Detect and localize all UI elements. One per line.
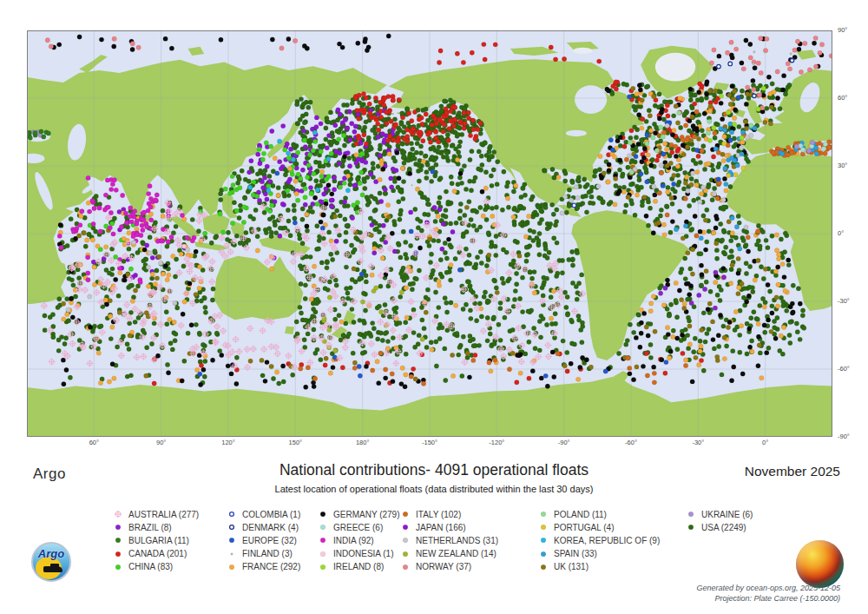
legend-item-australia: AUSTRALIA (277)	[113, 508, 199, 520]
legend-item-germany: GERMANY (279)	[318, 508, 400, 520]
lat-tick-label: -30°	[838, 297, 868, 305]
legend-item-ukraine: UKRAINE (6)	[686, 508, 753, 520]
legend-item-norway: NORWAY (37)	[400, 561, 471, 573]
legend-marker-colombia-icon	[227, 509, 237, 519]
argo-logo-text: Argo	[33, 547, 69, 560]
legend-label: FINLAND (3)	[242, 549, 293, 558]
legend-label: BRAZIL (8)	[128, 523, 172, 532]
period-label: November 2025	[745, 464, 840, 479]
legend-label: DENMARK (4)	[242, 523, 299, 532]
legend-marker-france-icon	[227, 562, 237, 572]
legend-label: ITALY (102)	[416, 510, 461, 519]
legend-label: INDIA (92)	[333, 536, 374, 545]
legend-item-france: FRANCE (292)	[227, 561, 300, 573]
lat-tick-label: 90°	[838, 26, 868, 34]
lon-tick-label: -120°	[479, 439, 514, 446]
float-group-colombia	[572, 203, 576, 208]
footer-projection-line: Projection: Plate Carree (-150.0000)	[696, 593, 840, 604]
legend-marker-bulgaria-icon	[113, 535, 123, 545]
legend-item-italy: ITALY (102)	[400, 508, 461, 520]
lon-tick-label: 90°	[144, 439, 179, 446]
legend-label: COLOMBIA (1)	[242, 510, 300, 519]
legend-item-japan: JAPAN (166)	[400, 521, 466, 533]
legend-item-canada: CANADA (201)	[113, 548, 187, 560]
legend-item-portugal: PORTUGAL (4)	[538, 521, 614, 533]
legend-marker-japan-icon	[400, 522, 411, 532]
legend-label: NEW ZEALAND (14)	[416, 549, 496, 558]
lat-tick-label: 0°	[838, 229, 868, 237]
legend-marker-europe-icon	[227, 535, 237, 545]
legend-marker-canada-icon	[113, 549, 123, 559]
legend-item-korea: KOREA, REPUBLIC OF (9)	[538, 534, 660, 546]
legend-item-netherlands: NETHERLANDS (31)	[400, 534, 498, 546]
legend-item-colombia: COLOMBIA (1)	[227, 508, 300, 520]
lat-tick-label: -90°	[838, 432, 868, 440]
legend-marker-brazil-icon	[113, 522, 123, 532]
legend-label: GERMANY (279)	[333, 510, 400, 519]
lon-tick-label: 0°	[748, 439, 783, 446]
legend-marker-indonesia-icon	[318, 549, 328, 559]
legend-marker-china-icon	[113, 562, 123, 572]
lat-tick-label: 30°	[838, 162, 868, 169]
legend-label: FRANCE (292)	[242, 562, 300, 571]
legend-marker-norway-icon	[400, 562, 411, 572]
legend-label: KOREA, REPUBLIC OF (9)	[554, 536, 660, 545]
legend-marker-uk-icon	[538, 562, 549, 572]
argo-logo: Argo	[31, 542, 71, 582]
legend-marker-greece-icon	[318, 522, 328, 532]
legend-label: UKRAINE (6)	[701, 510, 753, 519]
lon-tick-label: -150°	[412, 439, 447, 446]
page-subtitle: Latest location of operational floats (d…	[0, 484, 868, 494]
lon-tick-label: 60°	[76, 439, 111, 446]
legend-label: INDONESIA (1)	[333, 549, 393, 558]
legend-item-spain: SPAIN (33)	[538, 548, 597, 560]
legend-marker-poland-icon	[538, 509, 549, 519]
legend-item-china: CHINA (83)	[113, 561, 173, 573]
legend-label: GREECE (6)	[333, 523, 383, 532]
page-title: National contributions- 4091 operational…	[0, 461, 868, 479]
legend-item-greece: GREECE (6)	[318, 521, 383, 533]
legend-item-bulgaria: BULGARIA (11)	[113, 534, 189, 546]
legend-marker-australia-icon	[113, 509, 123, 519]
ocean-ops-globe-icon	[796, 540, 844, 588]
footer-generated-line: Generated by ocean-ops.org, 2025-12-05	[696, 583, 840, 593]
legend-label: SPAIN (33)	[554, 549, 597, 558]
legend-label: POLAND (11)	[554, 510, 607, 519]
legend-label: JAPAN (166)	[416, 523, 466, 532]
lon-tick-label: 120°	[211, 439, 246, 446]
legend-item-uk: UK (131)	[538, 561, 589, 573]
legend-item-finland: FINLAND (3)	[227, 548, 293, 560]
legend-marker-ireland-icon	[318, 562, 328, 572]
legend-item-new_zealand: NEW ZEALAND (14)	[400, 548, 496, 560]
legend-marker-usa-icon	[686, 522, 696, 532]
legend-label: AUSTRALIA (277)	[128, 510, 199, 519]
lon-tick-label: -60°	[614, 439, 648, 446]
legend-marker-netherlands-icon	[400, 535, 411, 545]
argo-logo-ship-mast-icon	[50, 564, 59, 567]
legend-label: UK (131)	[554, 562, 589, 571]
legend-label: PORTUGAL (4)	[554, 523, 614, 532]
legend-label: EUROPE (32)	[242, 536, 297, 545]
legend-marker-germany-icon	[318, 509, 328, 519]
legend-item-europe: EUROPE (32)	[227, 534, 297, 546]
argo-logo-ship-icon	[43, 566, 62, 572]
legend-label: USA (2249)	[701, 523, 746, 532]
legend-item-usa: USA (2249)	[686, 521, 746, 533]
legend-item-ireland: IRELAND (8)	[318, 561, 384, 573]
legend-label: NORWAY (37)	[416, 562, 471, 571]
legend-item-denmark: DENMARK (4)	[227, 521, 299, 533]
footer-credits: Generated by ocean-ops.org, 2025-12-05 P…	[696, 583, 840, 604]
legend-marker-denmark-icon	[227, 522, 237, 532]
legend-marker-korea-icon	[538, 535, 549, 545]
legend-item-brazil: BRAZIL (8)	[113, 521, 172, 533]
legend-item-india: INDIA (92)	[318, 534, 374, 546]
lat-tick-label: 60°	[838, 94, 868, 102]
world-map-panel: 60°90°120°150°180°-150°-120°-90°-60°-30°…	[27, 30, 832, 437]
page-root: { "header": { "brand": "Argo", "title": …	[0, 0, 868, 614]
lon-tick-label: 150°	[278, 439, 312, 446]
legend-label: CHINA (83)	[128, 562, 173, 571]
legend-label: CANADA (201)	[128, 549, 187, 558]
legend-label: NETHERLANDS (31)	[416, 536, 498, 545]
world-map-svg	[27, 30, 832, 437]
legend-marker-ukraine-icon	[686, 509, 696, 519]
